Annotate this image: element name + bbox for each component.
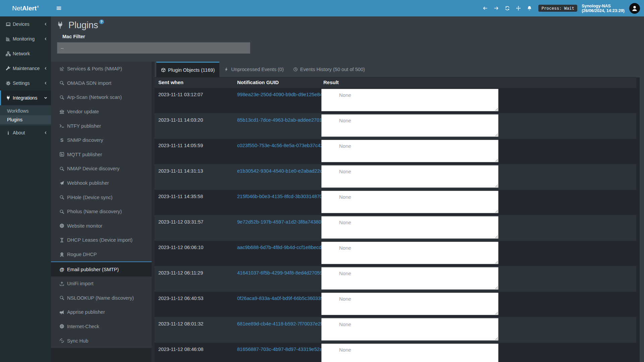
plugin-item-rogue-dhcp[interactable]: Rogue DHCP	[51, 247, 152, 262]
result-textarea[interactable]	[321, 89, 498, 111]
sidebar-item-maintenance[interactable]: Maintenance	[0, 61, 51, 76]
plugin-item-apprise-publisher[interactable]: Apprise publisher	[51, 305, 152, 319]
plugin-item-snmp-discovery[interactable]: SSNMP discovery	[51, 133, 152, 147]
bullhorn-icon	[59, 310, 65, 315]
result-textarea[interactable]	[321, 318, 498, 341]
notification-guid-link[interactable]: c023f550-753e-4c56-8e5a-073eb37c42ea	[237, 143, 329, 148]
rss-icon	[59, 152, 65, 157]
content-area: Services & Ports (NMAP)OMADA SDN importA…	[51, 62, 644, 362]
notification-guid-link[interactable]: 81656887-703c-4b97-8d97-43319e52ac9a	[237, 347, 330, 352]
result-textarea[interactable]	[321, 191, 498, 213]
sidebar-item-settings[interactable]: Settings	[0, 76, 51, 90]
sidebar-subitem-workflows[interactable]: Workflows	[0, 107, 51, 115]
plugin-list-panel: Services & Ports (NMAP)OMADA SDN importA…	[51, 62, 152, 348]
sidebar-item-about[interactable]: iAbout	[0, 125, 51, 140]
notification-guid-link[interactable]: 41641037-6f5b-4299-94f8-8ed4d270593a	[237, 270, 328, 276]
plugin-item-label: PiHole (Device sync)	[67, 195, 112, 200]
result-textarea[interactable]	[321, 242, 498, 264]
sidebar-toggle-button[interactable]	[51, 0, 66, 16]
top-bar-right: Process: Wait Synology-NAS (26/06/2024, …	[480, 0, 644, 16]
result-textarea[interactable]	[321, 267, 498, 290]
chevron-left-icon	[44, 66, 48, 70]
arrow-right-icon	[494, 6, 499, 11]
plugin-item-pholus-name-discovery[interactable]: Pholus (Name discovery)	[51, 204, 152, 219]
sent-when-cell: 2023-11-12 06:40:53	[158, 296, 203, 301]
result-textarea[interactable]	[321, 114, 498, 137]
notification-guid-link[interactable]: 998ea23e-250d-4090-b9db-d9e125e84d06	[237, 92, 331, 97]
notification-guid-link[interactable]: 9e72d52b-197b-4597-a1d2-3f8a74380918	[237, 219, 329, 225]
column-header-sent-when: Sent when	[158, 79, 183, 85]
plugin-item-internet-check[interactable]: Internet-Check	[51, 319, 152, 334]
notification-guid-link[interactable]: 681ee89d-cb4e-4118-b592-7f70037e2f05	[237, 321, 327, 326]
mac-filter-input[interactable]	[57, 42, 250, 54]
table-row: 2023-11-12 03:31:579e72d52b-197b-4597-a1…	[155, 215, 636, 241]
plugin-item-pihole-device-sync[interactable]: PiHole (Device sync)	[51, 190, 152, 204]
app-logo[interactable]: NetAlertx	[0, 0, 51, 16]
plugin-item-unifi-import[interactable]: UniFi import	[51, 277, 152, 291]
refresh-button[interactable]	[502, 0, 513, 16]
chevron-left-icon	[44, 131, 48, 135]
sidebar-nav: DevicesMonitoringNetworkMaintenanceSetti…	[0, 16, 51, 362]
plugin-item-webhook-publisher[interactable]: Webhook publisher	[51, 176, 152, 190]
result-textarea[interactable]	[321, 140, 498, 162]
plugin-item-omada-sdn-import[interactable]: OMADA SDN import	[51, 76, 152, 90]
notification-guid-link[interactable]: 0f26aca9-833a-4a0f-bd9f-66b5c3603391	[237, 296, 326, 301]
notification-guid-link[interactable]: 215f046b-b0e3-4135-8fcd-3b30314870f1	[237, 194, 326, 199]
tab-label: Plugin Objects (1169)	[168, 67, 215, 73]
sidebar-item-network[interactable]: Network	[0, 46, 51, 61]
arrow-right-button[interactable]	[491, 0, 502, 16]
notification-guid-link[interactable]: e1b30542-9304-4540-b1e0-e2abad22dbd0	[237, 168, 331, 174]
tab-events-history-50-out-of-500[interactable]: Events History (50 out of 500)	[288, 62, 370, 77]
plugin-list-column: Services & Ports (NMAP)OMADA SDN importA…	[51, 62, 152, 362]
host-time: (26/06/2024, 14:23:29)	[582, 8, 625, 13]
plugin-item-nslookup-name-discovery[interactable]: NSLOOKUP (Name discovery)	[51, 291, 152, 305]
sidebar-item-integrations[interactable]: Integrations	[0, 90, 51, 105]
arrows-move-button[interactable]	[513, 0, 524, 16]
plugin-item-ntfy-publisher[interactable]: NTFY publisher	[51, 119, 152, 133]
result-textarea[interactable]	[321, 165, 498, 188]
sent-when-cell: 2023-11-12 03:31:57	[158, 219, 203, 225]
plugin-item-label: Vendor update	[67, 109, 99, 114]
arrow-left-button[interactable]	[480, 0, 491, 16]
at-icon: @	[59, 267, 65, 272]
sidebar-item-label: Devices	[13, 21, 43, 27]
plugin-item-nmap-device-discovery[interactable]: NMAP Device discovery	[51, 162, 152, 176]
plugin-item-label: SNMP discovery	[67, 137, 103, 143]
sidebar-item-devices[interactable]: Devices	[0, 17, 51, 32]
plugin-item-website-monitor[interactable]: Website monitor	[51, 219, 152, 233]
plugin-item-dhcp-leases-device-import[interactable]: DHCP Leases (Device import)	[51, 233, 152, 247]
plugin-item-label: MQTT publisher	[67, 152, 102, 157]
plugin-item-mqtt-publisher[interactable]: MQTT publisher	[51, 147, 152, 162]
result-textarea[interactable]	[321, 216, 498, 239]
search-icon	[59, 166, 65, 171]
plugin-item-services-ports-nmap[interactable]: Services & Ports (NMAP)	[51, 62, 152, 76]
notification-guid-link[interactable]: aac9b688-6d7b-4f8d-9b4d-ccf1e8becdc4	[237, 245, 327, 250]
plugin-item-sync-hub[interactable]: Sync Hub	[51, 334, 152, 348]
plugin-item-label: Arp-Scan (Network scan)	[67, 95, 122, 100]
logo-sup: x	[37, 4, 39, 8]
paper-plane-icon	[59, 181, 65, 186]
result-textarea[interactable]	[321, 293, 498, 315]
tab-unprocessed-events-0[interactable]: Unprocessed Events (0)	[219, 62, 288, 77]
search-icon	[59, 95, 65, 100]
plugin-item-label: Services & Ports (NMAP)	[67, 66, 122, 71]
sidebar-item-monitoring[interactable]: Monitoring	[0, 32, 51, 46]
table-row: 2023-11-11 14:31:13e1b30542-9304-4540-b1…	[155, 164, 636, 190]
plugin-item-label: UniFi import	[67, 281, 94, 286]
plugin-item-vendor-update[interactable]: Vendor update	[51, 105, 152, 119]
table-row: 2023-11-12 08:46:0881656887-703c-4b97-8d…	[155, 343, 636, 362]
notification-guid-link[interactable]: 85b13cd1-7dce-4963-b2ab-addee2701484	[237, 117, 330, 123]
tab-plugin-objects-1169[interactable]: Plugin Objects (1169)	[156, 62, 219, 77]
help-badge[interactable]: ?	[99, 19, 104, 24]
avatar[interactable]	[629, 3, 640, 14]
user-icon	[631, 5, 638, 12]
sent-when-cell: 2023-11-12 06:11:29	[158, 270, 203, 276]
search-icon	[59, 209, 65, 214]
sidebar-subitem-plugins[interactable]: Plugins	[0, 115, 51, 124]
plugin-item-arp-scan-network-scan[interactable]: Arp-Scan (Network scan)	[51, 90, 152, 105]
bell-button[interactable]	[524, 0, 535, 16]
result-textarea[interactable]	[321, 344, 498, 362]
plugin-item-email-publisher-smtp[interactable]: @Email publisher (SMTP)	[51, 261, 152, 277]
table-row: 2023-11-12 06:06:10aac9b688-6d7b-4f8d-9b…	[155, 241, 636, 266]
mac-filter-label: Mac Filter	[62, 34, 85, 39]
